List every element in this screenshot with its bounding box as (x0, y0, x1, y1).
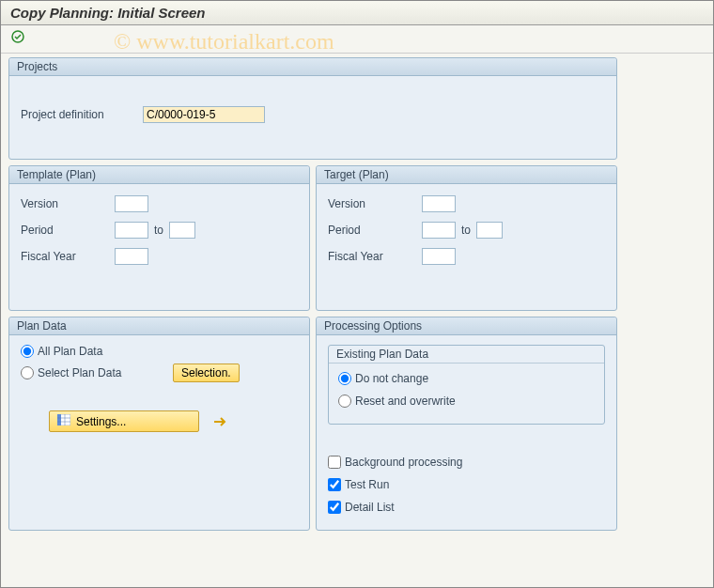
arrow-right-icon[interactable] (212, 414, 227, 429)
background-processing-checkbox[interactable] (328, 456, 341, 469)
target-header: Target (Plan) (317, 166, 616, 184)
plan-data-header: Plan Data (9, 317, 309, 335)
template-fiscal-input[interactable] (115, 248, 148, 265)
settings-button-label: Settings... (76, 415, 126, 428)
target-version-input[interactable] (422, 195, 456, 212)
execute-icon[interactable] (10, 29, 25, 44)
settings-button[interactable]: Settings... (49, 410, 199, 432)
do-not-change-label: Do not change (355, 372, 428, 385)
target-groupbox: Target (Plan) Version Period to Fiscal Y… (316, 165, 617, 311)
template-period-to-input[interactable] (169, 222, 195, 239)
template-header: Template (Plan) (9, 166, 309, 184)
existing-plan-data-header: Existing Plan Data (329, 346, 604, 364)
select-plan-data-radio[interactable] (21, 366, 34, 379)
page-title: Copy Planning: Initial Screen (1, 1, 713, 25)
target-fiscal-input[interactable] (422, 248, 456, 265)
template-fiscal-label: Fiscal Year (21, 250, 115, 263)
reset-overwrite-radio[interactable] (338, 395, 351, 408)
processing-options-header: Processing Options (317, 317, 616, 335)
svg-rect-2 (57, 414, 61, 426)
do-not-change-radio[interactable] (338, 372, 351, 385)
all-plan-data-label: All Plan Data (38, 345, 169, 358)
detail-list-checkbox[interactable] (328, 501, 341, 514)
grid-icon (57, 414, 70, 428)
target-period-label: Period (328, 224, 422, 237)
test-run-checkbox[interactable] (328, 478, 341, 491)
project-definition-label: Project definition (21, 108, 143, 121)
detail-list-label: Detail List (345, 501, 395, 514)
test-run-label: Test Run (345, 478, 389, 491)
existing-plan-data-group: Existing Plan Data Do not change Reset a… (328, 345, 605, 425)
projects-header: Projects (9, 58, 616, 76)
reset-overwrite-label: Reset and overwrite (355, 395, 456, 408)
projects-groupbox: Projects Project definition (8, 57, 617, 160)
target-to-label: to (461, 224, 471, 237)
project-definition-input[interactable] (143, 106, 265, 123)
selection-button[interactable]: Selection. (173, 364, 240, 382)
target-version-label: Version (328, 197, 422, 210)
template-version-label: Version (21, 197, 115, 210)
target-period-from-input[interactable] (422, 222, 456, 239)
template-version-input[interactable] (115, 195, 148, 212)
template-period-label: Period (21, 224, 115, 237)
background-processing-label: Background processing (345, 456, 462, 469)
toolbar (1, 25, 713, 54)
template-groupbox: Template (Plan) Version Period to Fiscal… (8, 165, 310, 311)
target-fiscal-label: Fiscal Year (328, 250, 422, 263)
select-plan-data-label: Select Plan Data (38, 366, 169, 379)
plan-data-groupbox: Plan Data All Plan Data Select Plan Data… (8, 317, 310, 531)
template-to-label: to (154, 224, 163, 237)
template-period-from-input[interactable] (115, 222, 148, 239)
all-plan-data-radio[interactable] (21, 345, 34, 358)
target-period-to-input[interactable] (476, 222, 503, 239)
processing-options-groupbox: Processing Options Existing Plan Data Do… (316, 317, 617, 531)
